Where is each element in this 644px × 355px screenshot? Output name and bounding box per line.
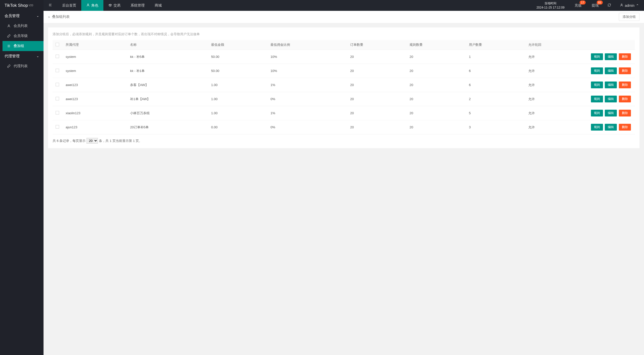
sidebar-item-member-list[interactable]: 会员列表: [3, 21, 44, 31]
pagination-suffix: 条，共 1 页当前显示第 1 页。: [99, 139, 142, 143]
edit-button[interactable]: 编辑: [605, 67, 617, 74]
row-checkbox[interactable]: [56, 125, 59, 129]
cell-name: 小林百万杀组: [127, 106, 208, 120]
row-checkbox[interactable]: [56, 97, 59, 100]
nav-mall[interactable]: 商城: [150, 0, 167, 11]
sidebar-group-member[interactable]: 会员管理 ⌄: [0, 11, 44, 21]
cell-order-count: 20: [347, 106, 407, 120]
link-icon: [7, 34, 11, 38]
list-icon: [7, 44, 11, 48]
chevron-down-icon: ⌄: [36, 54, 39, 58]
col-min-amount: 最低金额: [208, 40, 267, 50]
user-icon: [620, 3, 623, 8]
sidebar-group-agent[interactable]: 代理管理 ⌄: [0, 51, 44, 61]
select-all-checkbox[interactable]: [56, 43, 59, 46]
scale-icon: [108, 3, 112, 8]
user-menu[interactable]: admin ⌃: [615, 0, 644, 11]
menu-icon: [49, 3, 52, 8]
cell-rule-count: 20: [407, 106, 466, 120]
cell-allow-return: 允许: [525, 120, 585, 134]
cell-user-count: 2: [466, 92, 525, 106]
row-checkbox[interactable]: [56, 55, 59, 58]
content-header: » 叠加组列表 添加分组: [44, 11, 644, 23]
row-checkbox[interactable]: [56, 111, 59, 114]
cell-min-ratio: 1%: [267, 78, 347, 92]
nav-recharge[interactable]: 充值 17: [570, 0, 587, 11]
table-row: awei123 补1单【AW】 1.00 0% 20 20 2 允许 规则 编辑…: [53, 92, 635, 106]
cell-allow-return: 允许: [525, 106, 585, 120]
cell-min-amount: 50.00: [208, 50, 267, 64]
cell-user-count: 3: [466, 120, 525, 134]
sidebar-item-agent-list[interactable]: 代理列表: [3, 61, 44, 71]
svg-point-8: [621, 4, 622, 5]
nav-label: 角色: [91, 3, 98, 8]
row-checkbox[interactable]: [56, 69, 59, 72]
rule-button[interactable]: 规则: [591, 124, 603, 131]
delete-button[interactable]: 删除: [619, 53, 631, 60]
rule-button[interactable]: 规则: [591, 110, 603, 116]
sidebar-item-overlay-group[interactable]: 叠加组: [3, 41, 44, 51]
topbar: 后台首页 角色 交易 系统管理 商城 当地时间 2024-11-25 17:12…: [44, 0, 644, 11]
user-icon: [7, 24, 11, 28]
edit-button[interactable]: 编辑: [605, 96, 617, 102]
cell-allow-return: 允许: [525, 92, 585, 106]
edit-button[interactable]: 编辑: [605, 82, 617, 88]
cell-allow-return: 允许: [525, 50, 585, 64]
chevron-right-icon: »: [48, 15, 50, 19]
nav-home[interactable]: 后台首页: [57, 0, 81, 11]
sidebar-item-member-level[interactable]: 会员等级: [3, 31, 44, 41]
table-row: system kk - 补5单 50.00 10% 20 20 1 允许 规则 …: [53, 50, 635, 64]
cell-rule-count: 20: [407, 120, 466, 134]
local-time: 当地时间 2024-11-25 17:12:09: [531, 0, 569, 11]
link-icon: [7, 64, 11, 68]
svg-point-7: [88, 4, 89, 5]
sidebar-group-label: 会员管理: [5, 14, 20, 18]
cell-agent: system: [63, 50, 127, 64]
refresh-icon: [608, 3, 611, 8]
per-page-select[interactable]: 20: [87, 138, 98, 144]
delete-button[interactable]: 删除: [619, 124, 631, 131]
cell-order-count: 20: [347, 92, 407, 106]
sidebar-item-label: 代理列表: [14, 64, 28, 68]
time-value: 2024-11-25 17:12:09: [536, 6, 564, 10]
delete-button[interactable]: 删除: [619, 67, 631, 74]
pagination: 共 6 条记录，每页显示 20 条，共 1 页当前显示第 1 页。: [53, 138, 635, 144]
row-checkbox[interactable]: [56, 83, 59, 86]
edit-button[interactable]: 编辑: [605, 124, 617, 131]
add-group-button[interactable]: 添加分组: [619, 13, 639, 21]
delete-button[interactable]: 删除: [619, 96, 631, 102]
content-panel: 添加分组后，必须添加规则，并且规则需要对应好订单个数，若出现不对称情况，会导致用…: [48, 27, 639, 148]
cell-user-count: 1: [466, 50, 525, 64]
delete-button[interactable]: 删除: [619, 110, 631, 116]
rule-button[interactable]: 规则: [591, 53, 603, 60]
breadcrumb: » 叠加组列表: [48, 15, 70, 19]
cell-name: kk - 补1单: [127, 64, 208, 78]
sidebar-item-label: 会员等级: [14, 34, 28, 38]
cell-rule-count: 20: [407, 92, 466, 106]
sidebar-item-label: 会员列表: [14, 24, 28, 28]
nav-label: 系统管理: [131, 3, 145, 8]
rule-button[interactable]: 规则: [591, 67, 603, 74]
notice-text: 添加分组后，必须添加规则，并且规则需要对应好订单个数，若出现不对称情况，会导致用…: [53, 32, 635, 36]
nav-trade[interactable]: 交易: [103, 0, 126, 11]
brand-logo: TikTok Shop V20: [0, 0, 44, 11]
chevron-down-icon: ⌄: [36, 14, 39, 18]
edit-button[interactable]: 编辑: [605, 110, 617, 116]
time-label: 当地时间: [544, 1, 556, 6]
cell-order-count: 20: [347, 64, 407, 78]
nav-role[interactable]: 角色: [81, 0, 103, 11]
cell-min-amount: 50.00: [208, 64, 267, 78]
delete-button[interactable]: 删除: [619, 82, 631, 88]
rule-button[interactable]: 规则: [591, 82, 603, 88]
cell-order-count: 20: [347, 78, 407, 92]
cell-user-count: 5: [466, 106, 525, 120]
nav-withdraw[interactable]: 提现 65: [587, 0, 604, 11]
menu-toggle[interactable]: [44, 0, 57, 11]
cell-user-count: 6: [466, 78, 525, 92]
refresh-button[interactable]: [604, 0, 615, 11]
nav-system[interactable]: 系统管理: [126, 0, 150, 11]
nav-label: 商城: [155, 3, 162, 8]
edit-button[interactable]: 编辑: [605, 53, 617, 60]
cell-min-ratio: 10%: [267, 50, 347, 64]
rule-button[interactable]: 规则: [591, 96, 603, 102]
